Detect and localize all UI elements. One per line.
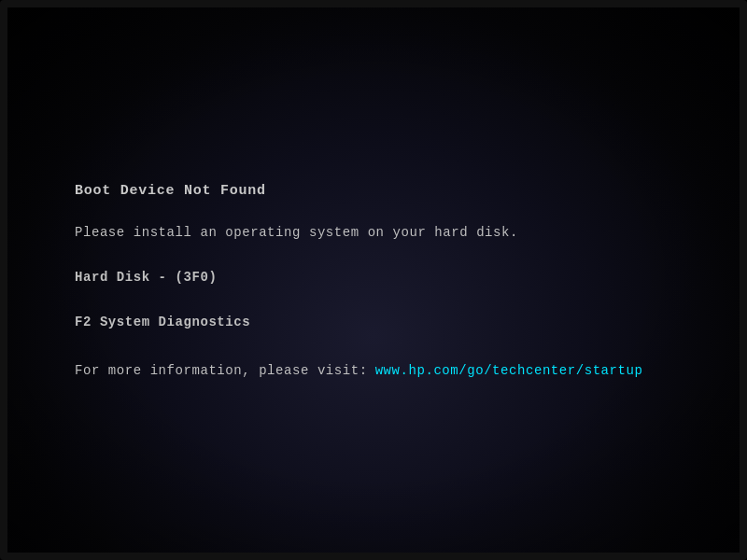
info-line: For more information, please visit: www.… — [75, 363, 672, 378]
boot-error-title: Boot Device Not Found — [75, 183, 672, 199]
hp-url: www.hp.com/go/techcenter/startup — [375, 363, 643, 378]
diagnostics-option: F2 System Diagnostics — [75, 315, 672, 329]
bios-screen: Boot Device Not Found Please install an … — [0, 0, 747, 560]
install-description: Please install an operating system on yo… — [75, 225, 672, 240]
info-label: For more information, please visit: — [75, 363, 368, 378]
disk-info: Hard Disk - (3F0) — [75, 270, 672, 285]
content-area: Boot Device Not Found Please install an … — [75, 183, 672, 378]
